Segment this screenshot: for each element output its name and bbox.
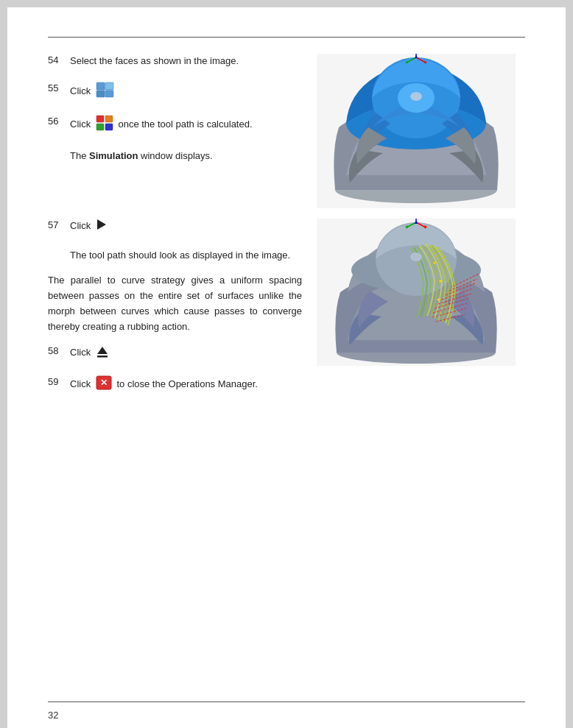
cad-image-2 bbox=[317, 219, 516, 366]
svg-rect-8 bbox=[96, 124, 104, 130]
step-54-row: 54 Select the faces as shown in the imag… bbox=[48, 54, 302, 68]
simulation-window-text: The Simulation window displays. bbox=[70, 149, 302, 164]
step-59-text-after: to close the Operations Manager. bbox=[116, 378, 258, 389]
step-58-text: Click bbox=[70, 347, 91, 358]
parallel-curve-text: The parallel to curve strategy gives a u… bbox=[48, 275, 302, 331]
step-59-number: 59 bbox=[48, 375, 70, 387]
step-55-text: Click bbox=[70, 85, 91, 96]
step-55-row: 55 Click bbox=[48, 82, 302, 102]
tool-path-paragraph: The tool path should look as displayed i… bbox=[70, 248, 302, 264]
step-59-row: 59 Click ✕ to close the Operations Manag… bbox=[48, 375, 302, 395]
sim-text-before: The bbox=[70, 150, 89, 161]
cad-image-1 bbox=[317, 54, 516, 208]
step-55-content: Click bbox=[70, 82, 302, 102]
svg-point-46 bbox=[410, 252, 422, 261]
svg-point-47 bbox=[434, 262, 436, 264]
svg-point-21 bbox=[410, 92, 422, 101]
step-57-number: 57 bbox=[48, 219, 70, 230]
image-right-lower bbox=[317, 219, 525, 369]
step-54-text: Select the faces as shown in the image. bbox=[70, 55, 239, 66]
svg-rect-6 bbox=[96, 116, 104, 122]
close-panel-icon: ✕ bbox=[96, 375, 112, 395]
svg-marker-22 bbox=[97, 219, 106, 230]
svg-point-49 bbox=[437, 299, 440, 301]
svg-rect-7 bbox=[105, 116, 113, 122]
step-59-content: Click ✕ to close the Operations Manager. bbox=[70, 375, 302, 395]
eject-icon bbox=[96, 344, 109, 362]
step-59-text-before: Click bbox=[70, 378, 91, 389]
svg-rect-24 bbox=[97, 356, 108, 358]
page-number: 32 bbox=[48, 710, 58, 721]
step-56-content: Click once the tool path is calculated. bbox=[70, 115, 302, 135]
step-56-text-after: once the tool path is calculated. bbox=[118, 119, 252, 130]
svg-rect-2 bbox=[96, 91, 105, 97]
step-55-number: 55 bbox=[48, 82, 70, 93]
step-54-content: Select the faces as shown in the image. bbox=[70, 54, 302, 68]
svg-text:✕: ✕ bbox=[100, 378, 108, 388]
image-right-upper bbox=[317, 54, 525, 211]
top-rule bbox=[48, 37, 525, 38]
play-icon bbox=[96, 219, 108, 235]
step-54-number: 54 bbox=[48, 54, 70, 66]
svg-rect-9 bbox=[105, 124, 113, 130]
grid-icon bbox=[96, 82, 115, 102]
sim-text-after: window displays. bbox=[138, 150, 212, 161]
step-56-number: 56 bbox=[48, 115, 70, 127]
svg-rect-3 bbox=[105, 91, 113, 97]
svg-point-48 bbox=[440, 280, 442, 283]
steps-left-lower: 57 Click The tool path should look as di… bbox=[48, 219, 302, 407]
svg-rect-0 bbox=[96, 82, 105, 90]
section-lower: 57 Click The tool path should look as di… bbox=[48, 219, 525, 407]
step-57-text: Click bbox=[70, 220, 91, 231]
step-56-row: 56 Click once the tool path is calculate… bbox=[48, 115, 302, 135]
svg-marker-23 bbox=[97, 347, 108, 354]
sim-bold: Simulation bbox=[89, 150, 138, 161]
step-58-number: 58 bbox=[48, 344, 70, 356]
steps-left-upper: 54 Select the faces as shown in the imag… bbox=[48, 54, 302, 174]
step-58-row: 58 Click bbox=[48, 344, 302, 362]
boxes-icon bbox=[96, 115, 113, 135]
step-56-text-before: Click bbox=[70, 119, 91, 130]
svg-rect-1 bbox=[105, 82, 113, 90]
step-58-content: Click bbox=[70, 344, 302, 362]
step-57-content: Click bbox=[70, 219, 302, 235]
document-page: 54 Select the faces as shown in the imag… bbox=[7, 7, 566, 728]
section-upper: 54 Select the faces as shown in the imag… bbox=[48, 54, 525, 211]
tool-path-text: The tool path should look as displayed i… bbox=[70, 250, 290, 261]
parallel-curve-paragraph: The parallel to curve strategy gives a u… bbox=[48, 273, 302, 334]
step-57-row: 57 Click bbox=[48, 219, 302, 235]
bottom-rule bbox=[48, 702, 525, 702]
